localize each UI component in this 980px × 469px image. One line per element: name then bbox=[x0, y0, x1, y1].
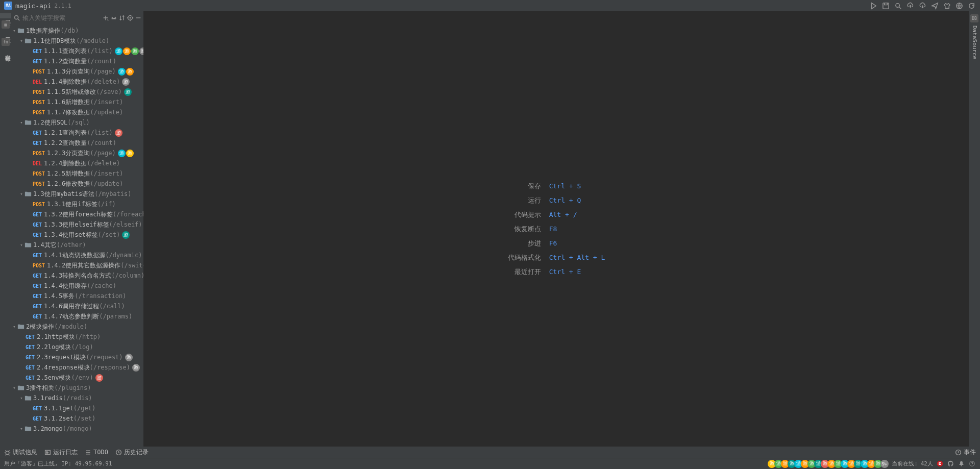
tree-api-item[interactable]: GET3.1.2set(/set) bbox=[11, 413, 143, 424]
tree-api-item[interactable]: POST1.3.1使用if标签(/if) bbox=[11, 199, 143, 209]
app-logo: MA bbox=[4, 2, 12, 10]
tree-api-item[interactable]: GET1.4.6调用存储过程(/call) bbox=[11, 301, 143, 311]
run-icon[interactable] bbox=[869, 1, 878, 10]
tree-folder[interactable]: ▾3插件相关(/plugins) bbox=[11, 383, 143, 393]
tree-api-item[interactable]: POST1.2.3分页查询(/page)游游 bbox=[11, 148, 143, 158]
tree-api-item[interactable]: POST1.1.3分页查询(/page)游游 bbox=[11, 66, 143, 77]
tree-api-item[interactable]: GET1.4.3转换列名命名方式(/column) bbox=[11, 270, 143, 281]
tree-api-item[interactable]: GET1.3.4使用set标签(/set)游 bbox=[11, 230, 143, 240]
user-badges: 游 bbox=[122, 78, 130, 86]
tree-label: 1.4.2使用其它数据源操作 bbox=[47, 261, 120, 270]
tree-label: 1.4.5事务 bbox=[44, 292, 75, 301]
tree-path: (/page) bbox=[90, 150, 116, 157]
tree-label: 1.4其它 bbox=[33, 241, 57, 250]
tree-folder[interactable]: ▾3.1redis(/redis) bbox=[11, 393, 143, 403]
tree-folder[interactable]: ▾1.3使用mybatis语法(/mybatis) bbox=[11, 189, 143, 199]
tree-label: 2.3request模块 bbox=[37, 353, 86, 362]
tree-folder[interactable]: ▾1.2使用SQL(/sql) bbox=[11, 117, 143, 128]
rail-api[interactable]: 接口 bbox=[0, 13, 11, 18]
bottom-debug[interactable]: 调试信息 bbox=[4, 448, 37, 457]
tree-api-item[interactable]: GET1.4.1动态切换数据源(/dynamic) bbox=[11, 250, 143, 260]
tree-api-item[interactable]: GET1.4.7动态参数判断(/params) bbox=[11, 311, 143, 322]
bottom-log[interactable]: 运行日志 bbox=[44, 448, 78, 457]
tree-api-item[interactable]: GET2.5env模块(/env)游 bbox=[11, 373, 143, 383]
globe-icon[interactable] bbox=[954, 1, 964, 10]
tree-api-item[interactable]: GET1.4.5事务(/transaction) bbox=[11, 291, 143, 301]
tree-api-item[interactable]: GET2.1http模块(/http) bbox=[11, 332, 143, 342]
app-name: magic-api bbox=[15, 2, 51, 10]
tree-label: 1.2.3分页查询 bbox=[47, 149, 90, 158]
tree-api-item[interactable]: GET1.1.2查询数量(/count) bbox=[11, 56, 143, 66]
search-icon[interactable] bbox=[893, 1, 902, 10]
tree-api-item[interactable]: POST1.2.5新增数据(/insert) bbox=[11, 168, 143, 179]
rail-datasource[interactable]: DataSource bbox=[971, 23, 978, 61]
tree-folder[interactable]: ▾1.4其它(/other) bbox=[11, 240, 143, 250]
rail-icon-2[interactable]: fn bbox=[2, 38, 10, 46]
svg-rect-0 bbox=[883, 3, 888, 8]
tree-api-item[interactable]: GET2.2log模块(/log) bbox=[11, 342, 143, 352]
tree-api-item[interactable]: GET1.4.4使用缓存(/cache) bbox=[11, 281, 143, 291]
minimize-icon[interactable] bbox=[135, 13, 142, 22]
tree-api-item[interactable]: GET1.2.1查询列表(/list)游 bbox=[11, 128, 143, 138]
search-input[interactable] bbox=[20, 13, 101, 22]
github-icon[interactable] bbox=[947, 460, 954, 467]
shortcut-key: Ctrl + E bbox=[549, 268, 605, 276]
tree-api-item[interactable]: GET2.4response模块(/response)游 bbox=[11, 362, 143, 373]
tree-api-item[interactable]: POST1.2.6修改数据(/update) bbox=[11, 179, 143, 189]
chevron-icon: ▾ bbox=[18, 242, 24, 248]
tree-api-item[interactable]: POST1.1.7修改数据(/update) bbox=[11, 107, 143, 117]
sort-icon[interactable] bbox=[118, 13, 126, 22]
user-badge: 游 bbox=[95, 374, 103, 382]
http-method: GET bbox=[33, 130, 42, 136]
api-tree[interactable]: ▾1数据库操作(/db)▾1.1使用DB模块(/module)GET1.1.1查… bbox=[11, 24, 143, 447]
chevron-icon: ▾ bbox=[11, 324, 17, 329]
tree-api-item[interactable]: GET1.2.2查询数量(/count) bbox=[11, 138, 143, 148]
tree-folder[interactable]: ▾3.2mongo(/mongo) bbox=[11, 424, 143, 434]
user-badges: 游游 bbox=[118, 150, 134, 157]
rail-icon-1[interactable]: ▦ bbox=[2, 20, 10, 29]
save-icon[interactable] bbox=[881, 1, 890, 10]
tree-label: 2.1http模块 bbox=[37, 333, 75, 341]
tree-folder[interactable]: ▾1.1使用DB模块(/module) bbox=[11, 36, 143, 46]
tree-path: (/get) bbox=[74, 405, 95, 412]
collapse-icon[interactable] bbox=[110, 13, 117, 22]
tree-folder[interactable]: ▾1数据库操作(/db) bbox=[11, 26, 143, 36]
add-icon[interactable] bbox=[102, 13, 109, 22]
folder-icon bbox=[24, 38, 32, 44]
bottom-event[interactable]: 事件 bbox=[955, 448, 976, 457]
online-users-avatars: 游游游游游游游游游游游游游游游游游9+ bbox=[769, 460, 889, 468]
download-icon[interactable] bbox=[918, 1, 927, 10]
tree-api-item[interactable]: GET2.3request模块(/request)游 bbox=[11, 352, 143, 362]
tree-api-item[interactable]: GET1.1.1查询列表(/list)游游游游 bbox=[11, 46, 143, 56]
rail-task[interactable]: 定时任务 bbox=[0, 48, 11, 54]
skin-icon[interactable] bbox=[942, 1, 951, 10]
tree-folder[interactable]: ▾2模块操作(/module) bbox=[11, 322, 143, 332]
tree-api-item[interactable]: POST1.4.2使用其它数据源操作(/switch) bbox=[11, 260, 143, 270]
help-icon[interactable] bbox=[968, 460, 976, 467]
shortcut-hints: 保存Ctrl + S运行Ctrl + Q代码提示Alt + /恢复断点F8步进F… bbox=[508, 182, 605, 277]
notification-icon[interactable] bbox=[958, 460, 965, 467]
reload-icon[interactable] bbox=[967, 1, 976, 10]
bottom-history[interactable]: 历史记录 bbox=[115, 448, 149, 457]
http-method: GET bbox=[33, 283, 42, 289]
folder-icon bbox=[17, 385, 24, 391]
tree-path: (/if) bbox=[97, 201, 116, 208]
tree-path: (/page) bbox=[90, 68, 116, 75]
tree-api-item[interactable]: POST1.1.5新增或修改(/save)游 bbox=[11, 87, 143, 97]
upload-icon[interactable] bbox=[905, 1, 915, 10]
tree-api-item[interactable]: GET3.1.1get(/get) bbox=[11, 403, 143, 413]
tree-api-item[interactable]: POST1.1.6新增数据(/insert) bbox=[11, 97, 143, 107]
tree-api-item[interactable]: GET1.3.2使用foreach标签(/foreach) bbox=[11, 209, 143, 219]
bottom-todo[interactable]: TODO bbox=[85, 449, 108, 456]
gitee-icon[interactable] bbox=[936, 460, 944, 467]
user-badge: 游 bbox=[123, 47, 131, 55]
tree-api-item[interactable]: DEL1.1.4删除数据(/delete)游 bbox=[11, 77, 143, 87]
locate-icon[interactable] bbox=[127, 13, 134, 22]
send-icon[interactable] bbox=[930, 1, 939, 10]
tree-path: (/cache) bbox=[87, 282, 116, 289]
tree-api-item[interactable]: DEL1.2.4删除数据(/delete) bbox=[11, 158, 143, 168]
datasource-icon[interactable]: DB bbox=[970, 14, 978, 22]
tree-label: 1.4.6调用存储过程 bbox=[44, 302, 99, 311]
tree-api-item[interactable]: GET1.3.3使用elseif标签(/elseif) bbox=[11, 219, 143, 230]
rail-function[interactable]: 函数 bbox=[0, 31, 11, 36]
